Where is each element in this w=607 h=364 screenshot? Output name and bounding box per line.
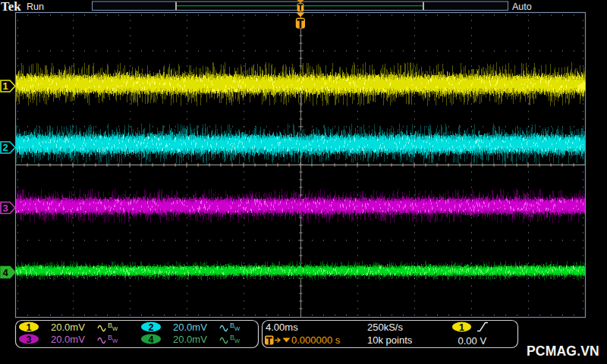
svg-text:4.00ms: 4.00ms [266, 322, 298, 333]
svg-text:20.0mV: 20.0mV [51, 322, 85, 333]
svg-text:4: 4 [2, 267, 8, 278]
svg-text:10k points: 10k points [367, 334, 413, 346]
svg-text:Auto: Auto [512, 2, 532, 12]
svg-text:250kS/s: 250kS/s [367, 322, 403, 333]
svg-text:20.0mV: 20.0mV [173, 322, 207, 333]
svg-text:Run: Run [27, 2, 44, 12]
svg-text:4: 4 [149, 334, 154, 345]
svg-text:3: 3 [27, 334, 32, 345]
svg-text:1: 1 [459, 322, 464, 333]
svg-text:3: 3 [2, 202, 8, 214]
svg-text:W: W [234, 337, 241, 344]
svg-text:W: W [234, 325, 241, 332]
svg-text:1: 1 [2, 80, 8, 92]
svg-text:W: W [112, 325, 118, 332]
svg-text:0.00 V: 0.00 V [458, 335, 487, 347]
svg-text:20.0mV: 20.0mV [173, 334, 207, 345]
svg-text:2: 2 [149, 322, 154, 333]
svg-text:W: W [112, 337, 118, 344]
svg-text:1: 1 [27, 322, 32, 333]
svg-text:0.000000 s: 0.000000 s [291, 334, 341, 346]
svg-text:20.0mV: 20.0mV [51, 334, 85, 345]
svg-text:PCMAG.VN: PCMAG.VN [527, 344, 599, 359]
svg-text:Tek: Tek [1, 0, 21, 14]
svg-text:2: 2 [2, 142, 8, 153]
